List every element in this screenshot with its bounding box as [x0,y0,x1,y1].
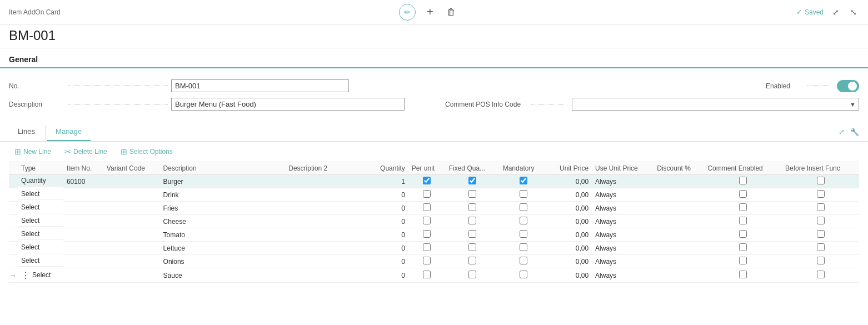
cell-description2 [285,175,368,188]
fixed-qua-checkbox[interactable] [468,243,476,251]
per-unit-checkbox[interactable] [423,203,431,211]
col-type: Type [18,162,63,175]
fixed-qua-checkbox[interactable] [468,177,476,184]
tabs-bar: Lines Manage ⤢ 🔧 [0,123,868,142]
cell-mandatory [500,215,547,228]
mandatory-checkbox[interactable] [520,217,527,224]
cell-item-no [63,215,103,228]
comment-enabled-checkbox[interactable] [739,203,747,211]
collapse-button[interactable]: ⤡ [848,6,859,19]
before-insert-checkbox[interactable] [817,271,825,278]
fixed-qua-checkbox[interactable] [468,271,476,278]
description-field: Description [9,98,423,111]
cell-discount [654,175,704,188]
col-indicator [9,162,18,175]
tab-lines[interactable]: Lines [9,123,44,141]
fixed-qua-checkbox[interactable] [468,257,476,264]
mandatory-checkbox[interactable] [520,203,527,211]
cell-comment-enabled [704,202,782,215]
before-insert-checkbox[interactable] [817,217,825,224]
per-unit-checkbox[interactable] [423,177,431,184]
cell-variant-code [103,255,160,268]
type-text: Select [32,271,51,279]
mandatory-checkbox[interactable] [520,271,527,278]
mandatory-checkbox[interactable] [520,243,527,251]
mandatory-checkbox[interactable] [520,177,527,184]
comment-enabled-checkbox[interactable] [739,190,747,198]
tab-manage[interactable]: Manage [47,123,91,141]
table-row: SelectOnions00,00Always [9,255,859,268]
delete-line-button[interactable]: ✂ Delete Line [59,145,113,158]
select-options-icon: ⊞ [121,147,127,156]
form-row-2: Description Comment POS Info Code ▼ [9,98,859,111]
desc-input[interactable] [171,98,405,111]
fixed-qua-checkbox[interactable] [468,230,476,238]
comment-enabled-checkbox[interactable] [739,257,747,264]
comment-pos-select[interactable] [572,98,859,111]
cell-type: Select [18,255,63,267]
cell-description: Lettuce [160,242,286,255]
comment-enabled-checkbox[interactable] [739,243,747,251]
comment-enabled-checkbox[interactable] [739,177,747,184]
type-text: Select [21,257,39,264]
type-text: Select [21,230,39,238]
before-insert-checkbox[interactable] [817,203,825,211]
select-options-label: Select Options [129,148,173,156]
no-label: No. [9,82,64,90]
per-unit-checkbox[interactable] [423,230,431,238]
col-fixed-qua: Fixed Qua... [446,162,500,175]
new-line-label: New Line [23,148,51,156]
lines-table: Type Item No. Variant Code Description D… [9,162,859,283]
select-options-button[interactable]: ⊞ Select Options [115,145,178,158]
tabs-right-icons: ⤢ 🔧 [839,128,859,136]
before-insert-checkbox[interactable] [817,190,825,198]
mandatory-checkbox[interactable] [520,190,527,198]
fixed-qua-checkbox[interactable] [468,217,476,224]
mandatory-checkbox[interactable] [520,230,527,238]
cell-use-unit-price: Always [592,242,654,255]
per-unit-checkbox[interactable] [423,271,431,278]
col-before-insert: Before Insert Func [782,162,859,175]
comment-enabled-checkbox[interactable] [739,271,747,278]
before-insert-checkbox[interactable] [817,243,825,251]
desc-label: Description [9,101,64,108]
per-unit-checkbox[interactable] [423,190,431,198]
per-unit-checkbox[interactable] [423,257,431,264]
cell-fixed-qua [446,255,500,268]
cell-description: Drink [160,188,286,202]
breadcrumb-area: Item AddOn Card [9,8,61,16]
mandatory-checkbox[interactable] [520,257,527,264]
cell-item-no: 60100 [63,175,103,188]
no-input[interactable] [171,79,349,92]
table-expand-icon[interactable]: ⤢ [839,128,845,136]
cell-description: Fries [160,202,286,215]
delete-button[interactable]: 🗑 [445,5,458,19]
new-line-button[interactable]: ⊞ New Line [9,145,57,158]
cell-unit-price: 0,00 [547,188,592,202]
cell-per-unit [408,242,446,255]
cell-unit-price: 0,00 [547,255,592,268]
saved-status: ✓ Saved [796,8,824,16]
cell-discount [654,188,704,202]
form-row-1: No. Enabled [9,79,859,92]
comment-enabled-checkbox[interactable] [739,217,747,224]
table-settings-icon[interactable]: 🔧 [850,128,859,136]
before-insert-checkbox[interactable] [817,230,825,238]
edit-button[interactable]: ✏ [399,4,416,21]
fixed-qua-checkbox[interactable] [468,203,476,211]
enabled-toggle[interactable] [837,80,859,92]
fixed-qua-checkbox[interactable] [468,190,476,198]
before-insert-checkbox[interactable] [817,257,825,264]
cell-variant-code [103,188,160,202]
per-unit-checkbox[interactable] [423,243,431,251]
col-per-unit: Per unit [408,162,446,175]
add-button[interactable]: + [425,3,436,21]
table-row: Quantity60100Burger10,00Always [9,175,859,188]
before-insert-checkbox[interactable] [817,177,825,184]
cell-per-unit [408,175,446,188]
col-mandatory: Mandatory [500,162,547,175]
dots-menu[interactable]: ⋮ [21,270,30,281]
per-unit-checkbox[interactable] [423,217,431,224]
expand-button[interactable]: ⤢ [830,6,841,19]
comment-enabled-checkbox[interactable] [739,230,747,238]
